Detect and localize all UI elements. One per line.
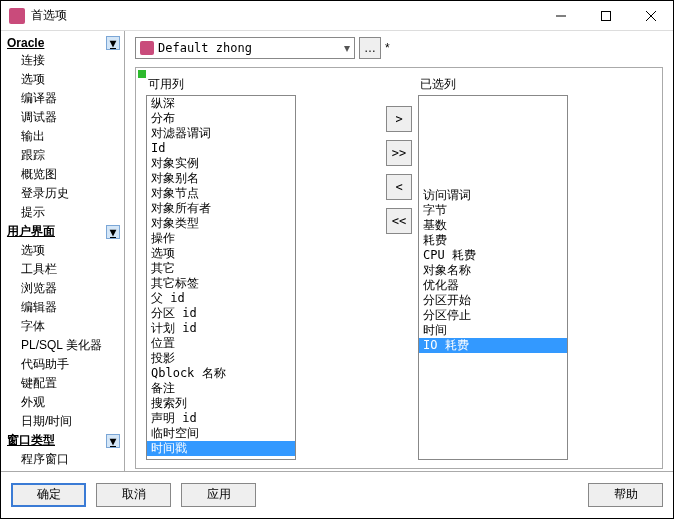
sidebar-item[interactable]: 工具栏 (5, 260, 122, 279)
sidebar-item[interactable]: 选项 (5, 70, 122, 89)
list-item[interactable]: 声明 id (147, 411, 295, 426)
available-list[interactable]: 纵深分布对滤器谓词Id对象实例对象别名对象节点对象所有者对象类型操作选项其它其它… (146, 95, 296, 460)
list-item[interactable]: 临时空间 (147, 426, 295, 441)
chevron-down-icon: ▾ (344, 41, 350, 55)
status-marker (138, 70, 146, 78)
list-item[interactable]: 对象别名 (147, 171, 295, 186)
sidebar-item[interactable]: 登录历史 (5, 184, 122, 203)
add-button[interactable]: > (386, 106, 412, 132)
list-item[interactable]: 选项 (147, 246, 295, 261)
sidebar-item[interactable]: 程序窗口 (5, 450, 122, 469)
remove-all-button[interactable]: << (386, 208, 412, 234)
list-item[interactable]: 分区开始 (419, 293, 567, 308)
sidebar-item[interactable]: 代码助手 (5, 355, 122, 374)
remove-button[interactable]: < (386, 174, 412, 200)
list-item[interactable]: 时间戳 (147, 441, 295, 456)
apply-button[interactable]: 应用 (181, 483, 256, 507)
svg-line-2 (646, 11, 656, 21)
collapse-icon[interactable]: ▾ (106, 225, 120, 239)
sidebar-item[interactable]: 提示 (5, 203, 122, 222)
list-item[interactable]: Id (147, 141, 295, 156)
sidebar-item[interactable]: 字体 (5, 317, 122, 336)
list-item[interactable]: 纵深 (147, 96, 295, 111)
cancel-button[interactable]: 取消 (96, 483, 171, 507)
sidebar-item[interactable]: 调试器 (5, 108, 122, 127)
sidebar-item[interactable]: 输出 (5, 127, 122, 146)
list-item[interactable]: 投影 (147, 351, 295, 366)
help-button[interactable]: 帮助 (588, 483, 663, 507)
selected-header: 已选列 (418, 76, 652, 93)
list-item[interactable]: 分区停止 (419, 308, 567, 323)
list-item[interactable]: 操作 (147, 231, 295, 246)
category-sidebar: Oracle▾连接选项编译器调试器输出跟踪概览图登录历史提示用户界面▾选项工具栏… (1, 31, 125, 471)
list-item[interactable]: 对象节点 (147, 186, 295, 201)
maximize-button[interactable] (583, 1, 628, 30)
list-item[interactable]: 对象名称 (419, 263, 567, 278)
sidebar-item[interactable]: 跟踪 (5, 146, 122, 165)
list-item[interactable]: 分布 (147, 111, 295, 126)
browse-button[interactable]: … (359, 37, 381, 59)
list-item[interactable]: 基数 (419, 218, 567, 233)
app-icon (9, 8, 25, 24)
list-item[interactable]: 对象类型 (147, 216, 295, 231)
category-用户界面[interactable]: 用户界面▾ (5, 222, 122, 241)
list-item[interactable]: 对象实例 (147, 156, 295, 171)
list-item[interactable]: 时间 (419, 323, 567, 338)
selected-list[interactable]: 访问谓词字节基数耗费CPU 耗费对象名称优化器分区开始分区停止时间IO 耗费 (418, 95, 568, 460)
list-item[interactable]: 位置 (147, 336, 295, 351)
sidebar-item[interactable]: 浏览器 (5, 279, 122, 298)
sidebar-item[interactable]: 概览图 (5, 165, 122, 184)
modified-indicator: * (385, 41, 390, 55)
list-item[interactable]: 字节 (419, 203, 567, 218)
profile-combo[interactable]: Default zhong ▾ (135, 37, 355, 59)
sidebar-item[interactable]: 编译器 (5, 89, 122, 108)
category-窗口类型[interactable]: 窗口类型▾ (5, 431, 122, 450)
titlebar: 首选项 (1, 1, 673, 31)
sidebar-item[interactable]: 编辑器 (5, 298, 122, 317)
main-panel: Default zhong ▾ … * 可用列 纵深分布对滤器谓词Id对象实例对… (125, 31, 673, 471)
list-item[interactable]: 其它 (147, 261, 295, 276)
list-item[interactable]: 父 id (147, 291, 295, 306)
collapse-icon[interactable]: ▾ (106, 434, 120, 448)
sidebar-item[interactable]: 键配置 (5, 374, 122, 393)
list-item[interactable]: 其它标签 (147, 276, 295, 291)
profile-icon (140, 41, 154, 55)
list-item[interactable]: 对象所有者 (147, 201, 295, 216)
available-header: 可用列 (146, 76, 380, 93)
list-item[interactable]: IO 耗费 (419, 338, 567, 353)
list-item[interactable]: 备注 (147, 381, 295, 396)
list-item[interactable]: CPU 耗费 (419, 248, 567, 263)
window-title: 首选项 (31, 7, 538, 24)
list-item[interactable]: 耗费 (419, 233, 567, 248)
sidebar-item[interactable]: 连接 (5, 51, 122, 70)
list-item[interactable]: 对滤器谓词 (147, 126, 295, 141)
sidebar-item[interactable]: PL/SQL 美化器 (5, 336, 122, 355)
sidebar-item[interactable]: SQL 窗口 (5, 469, 122, 471)
minimize-button[interactable] (538, 1, 583, 30)
sidebar-item[interactable]: 选项 (5, 241, 122, 260)
list-item[interactable]: 搜索列 (147, 396, 295, 411)
columns-panel: 可用列 纵深分布对滤器谓词Id对象实例对象别名对象节点对象所有者对象类型操作选项… (135, 67, 663, 469)
footer: 确定 取消 应用 帮助 (1, 471, 673, 517)
svg-rect-1 (601, 11, 610, 20)
list-item[interactable]: Qblock 名称 (147, 366, 295, 381)
ok-button[interactable]: 确定 (11, 483, 86, 507)
svg-line-3 (646, 11, 656, 21)
list-item[interactable]: 分区 id (147, 306, 295, 321)
add-all-button[interactable]: >> (386, 140, 412, 166)
sidebar-item[interactable]: 日期/时间 (5, 412, 122, 431)
list-item[interactable]: 优化器 (419, 278, 567, 293)
list-item[interactable]: 访问谓词 (419, 188, 567, 203)
list-item[interactable]: 计划 id (147, 321, 295, 336)
category-Oracle[interactable]: Oracle▾ (5, 35, 122, 51)
sidebar-item[interactable]: 外观 (5, 393, 122, 412)
collapse-icon[interactable]: ▾ (106, 36, 120, 50)
close-button[interactable] (628, 1, 673, 30)
